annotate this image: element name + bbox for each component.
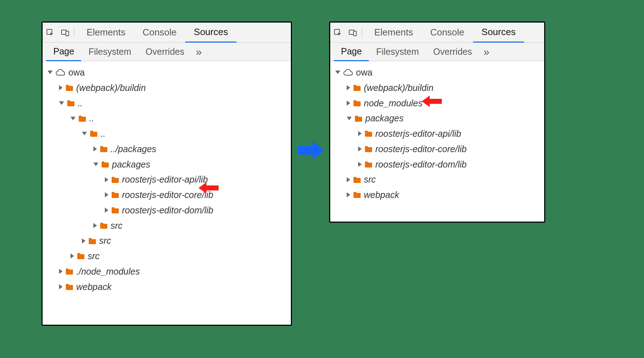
tree-item[interactable]: packages bbox=[332, 111, 542, 126]
tab-label: Elements bbox=[87, 27, 125, 38]
disclosure-right-icon[interactable] bbox=[105, 192, 108, 197]
disclosure-right-icon[interactable] bbox=[59, 85, 63, 90]
tab-elements[interactable]: Elements bbox=[78, 23, 134, 42]
disclosure-down-icon[interactable] bbox=[82, 132, 87, 135]
folder-icon bbox=[100, 222, 108, 229]
tree-item-label: .. bbox=[78, 96, 83, 110]
sources-subbar: Page Filesystem Overrides » bbox=[43, 43, 291, 61]
divider bbox=[362, 28, 362, 38]
disclosure-down-icon[interactable] bbox=[335, 71, 340, 74]
devtools-topbar: Elements Console Sources bbox=[43, 23, 291, 43]
subtab-label: Filesystem bbox=[88, 47, 131, 57]
divider bbox=[74, 28, 74, 38]
tree-item[interactable]: (webpack)/buildin bbox=[332, 80, 542, 96]
tree-item-label: roosterjs-editor-api/lib bbox=[122, 173, 208, 187]
tree-item[interactable]: node_modules bbox=[332, 96, 542, 111]
disclosure-right-icon[interactable] bbox=[59, 269, 63, 274]
tree-item-label: packages bbox=[365, 111, 404, 125]
disclosure-right-icon[interactable] bbox=[70, 253, 74, 258]
disclosure-right-icon[interactable] bbox=[347, 101, 350, 106]
devtools-topbar: Elements Console Sources bbox=[330, 23, 544, 43]
tree-item[interactable]: src bbox=[45, 233, 289, 248]
folder-icon bbox=[90, 130, 98, 137]
tree-item[interactable]: .. bbox=[45, 126, 289, 141]
tree-item[interactable]: webpack bbox=[45, 279, 289, 295]
tree-root-label: owa bbox=[356, 66, 372, 79]
subtab-label: Page bbox=[53, 46, 74, 57]
tree-item[interactable]: roosterjs-editor-core/lib bbox=[45, 187, 289, 203]
disclosure-right-icon[interactable] bbox=[93, 146, 97, 151]
subtab-overrides[interactable]: Overrides bbox=[426, 43, 479, 61]
tree-item-label: roosterjs-editor-core/lib bbox=[122, 188, 213, 202]
folder-icon bbox=[65, 84, 73, 91]
tree-item[interactable]: src bbox=[45, 218, 289, 233]
tab-console[interactable]: Console bbox=[421, 23, 473, 42]
tree-item[interactable]: .. bbox=[45, 96, 289, 111]
folder-icon bbox=[365, 130, 372, 137]
tab-console[interactable]: Console bbox=[134, 23, 185, 42]
folder-icon bbox=[88, 238, 96, 244]
disclosure-right-icon[interactable] bbox=[358, 146, 362, 151]
subtab-page[interactable]: Page bbox=[46, 43, 81, 61]
disclosure-right-icon[interactable] bbox=[358, 162, 362, 167]
svg-rect-2 bbox=[66, 31, 69, 36]
tree-item-label: .. bbox=[101, 127, 106, 141]
tree-item-label: roosterjs-editor-api/lib bbox=[375, 127, 461, 141]
folder-icon bbox=[111, 207, 119, 213]
tree-root[interactable]: owa bbox=[45, 65, 289, 80]
tree-item[interactable]: roosterjs-editor-core/lib bbox=[332, 141, 542, 157]
tree-item-label: src bbox=[364, 173, 376, 187]
disclosure-right-icon[interactable] bbox=[347, 85, 350, 90]
tab-sources[interactable]: Sources bbox=[473, 23, 524, 43]
disclosure-right-icon[interactable] bbox=[59, 284, 63, 289]
tree-item[interactable]: (webpack)/buildin bbox=[45, 80, 289, 96]
tree-item[interactable]: packages bbox=[45, 157, 289, 172]
tree-item-label: .. bbox=[89, 111, 94, 125]
disclosure-down-icon[interactable] bbox=[59, 101, 64, 105]
tree-item[interactable]: webpack bbox=[332, 187, 542, 203]
subtab-more-icon[interactable]: » bbox=[479, 46, 494, 58]
tree-item[interactable]: ../packages bbox=[45, 141, 289, 157]
disclosure-down-icon[interactable] bbox=[48, 71, 53, 74]
disclosure-down-icon[interactable] bbox=[93, 163, 98, 166]
disclosure-down-icon[interactable] bbox=[70, 117, 75, 120]
disclosure-right-icon[interactable] bbox=[105, 208, 108, 213]
tree-item[interactable]: roosterjs-editor-api/lib bbox=[45, 172, 289, 187]
folder-icon bbox=[67, 100, 75, 106]
tab-sources[interactable]: Sources bbox=[185, 23, 236, 43]
device-toggle-icon[interactable] bbox=[345, 23, 360, 42]
tree-root-label: owa bbox=[68, 66, 85, 79]
tree-item[interactable]: roosterjs-editor-api/lib bbox=[332, 126, 542, 141]
subtab-more-icon[interactable]: » bbox=[191, 46, 206, 58]
subtab-overrides[interactable]: Overrides bbox=[138, 43, 191, 61]
inspect-icon[interactable] bbox=[43, 23, 58, 42]
tab-elements[interactable]: Elements bbox=[366, 23, 421, 42]
tab-label: Console bbox=[430, 27, 464, 38]
tree-item[interactable]: ./node_modules bbox=[45, 264, 289, 279]
subtab-page[interactable]: Page bbox=[334, 43, 369, 61]
tree-item[interactable]: src bbox=[332, 172, 542, 187]
tree-item-label: ./node_modules bbox=[76, 265, 140, 279]
device-toggle-icon[interactable] bbox=[58, 23, 73, 42]
disclosure-right-icon[interactable] bbox=[105, 177, 108, 182]
folder-icon bbox=[353, 192, 361, 198]
tree-item[interactable]: roosterjs-editor-dom/lib bbox=[45, 203, 289, 218]
disclosure-down-icon[interactable] bbox=[347, 117, 352, 120]
tree-item[interactable]: src bbox=[45, 248, 289, 264]
tree-item[interactable]: .. bbox=[45, 111, 289, 126]
disclosure-right-icon[interactable] bbox=[358, 131, 362, 136]
inspect-icon[interactable] bbox=[330, 23, 345, 42]
disclosure-right-icon[interactable] bbox=[93, 223, 97, 228]
tree-item-label: src bbox=[88, 249, 99, 263]
cloud-icon bbox=[55, 69, 65, 76]
disclosure-right-icon[interactable] bbox=[347, 177, 350, 182]
tree-root[interactable]: owa bbox=[332, 65, 542, 80]
disclosure-right-icon[interactable] bbox=[82, 238, 86, 243]
subtab-label: Filesystem bbox=[376, 47, 419, 57]
folder-icon bbox=[353, 84, 361, 91]
subtab-filesystem[interactable]: Filesystem bbox=[81, 43, 138, 61]
subtab-filesystem[interactable]: Filesystem bbox=[369, 43, 426, 61]
cloud-icon bbox=[343, 69, 353, 76]
tree-item[interactable]: roosterjs-editor-dom/lib bbox=[332, 157, 542, 172]
disclosure-right-icon[interactable] bbox=[347, 192, 350, 197]
